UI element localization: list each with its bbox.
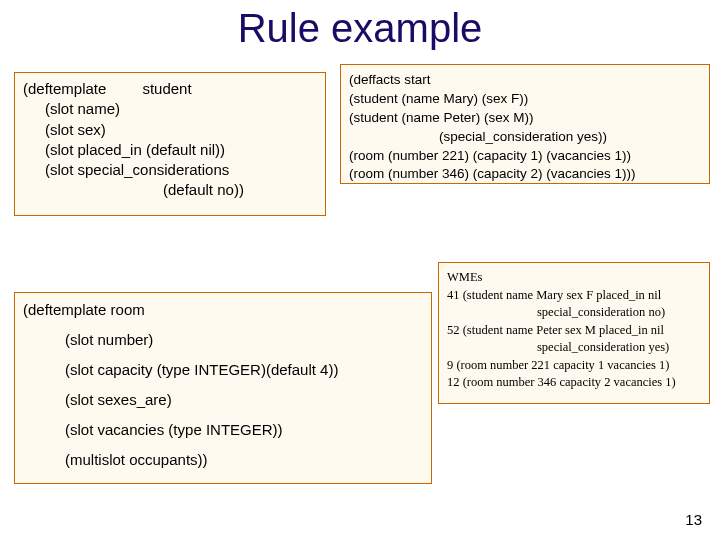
code-line: (slot vacancies (type INTEGER))	[23, 415, 423, 445]
wme-line: 41 (student name Mary sex F placed_in ni…	[447, 287, 701, 305]
code-line: (student (name Peter) (sex M))	[349, 109, 701, 128]
tpl-name: student	[142, 80, 191, 97]
wmes-box: WMEs 41 (student name Mary sex F placed_…	[438, 262, 710, 404]
code-line: (slot number)	[23, 325, 423, 355]
deffacts-box: (deffacts start (student (name Mary) (se…	[340, 64, 710, 184]
code-line: (default no))	[23, 180, 317, 200]
code-line: (room (number 221) (capacity 1) (vacanci…	[349, 147, 701, 166]
page-number: 13	[685, 511, 702, 528]
tpl-name: room	[111, 301, 145, 318]
code-line: (student (name Mary) (sex F))	[349, 90, 701, 109]
deftemplate-student-box: (deftemplatestudent (slot name) (slot se…	[14, 72, 326, 216]
code-line: (slot capacity (type INTEGER)(default 4)…	[23, 355, 423, 385]
wme-line: 12 (room number 346 capacity 2 vacancies…	[447, 374, 701, 392]
slide-title: Rule example	[0, 6, 720, 51]
deftemplate-room-box: (deftemplate room (slot number) (slot ca…	[14, 292, 432, 484]
kw-deftemplate: (deftemplate	[23, 80, 106, 97]
code-line: (slot placed_in (default nil))	[23, 140, 317, 160]
code-line: (deffacts start	[349, 71, 701, 90]
wme-line: special_consideration no)	[447, 304, 701, 322]
code-line: (room (number 346) (capacity 2) (vacanci…	[349, 165, 701, 184]
code-line: (slot sex)	[23, 120, 317, 140]
code-line: (slot name)	[23, 99, 317, 119]
code-line: (deftemplate room	[23, 295, 423, 325]
wme-line: 9 (room number 221 capacity 1 vacancies …	[447, 357, 701, 375]
slide: Rule example (deftemplatestudent (slot n…	[0, 0, 720, 540]
code-line: (special_consideration yes))	[349, 128, 701, 147]
code-line: (multislot occupants))	[23, 445, 423, 475]
wmes-heading: WMEs	[447, 269, 701, 287]
code-line: (deftemplatestudent	[23, 79, 317, 99]
wme-line: 52 (student name Peter sex M placed_in n…	[447, 322, 701, 340]
kw-deftemplate: (deftemplate	[23, 301, 106, 318]
code-line: (slot special_considerations	[23, 160, 317, 180]
code-line: (slot sexes_are)	[23, 385, 423, 415]
wme-line: special_consideration yes)	[447, 339, 701, 357]
